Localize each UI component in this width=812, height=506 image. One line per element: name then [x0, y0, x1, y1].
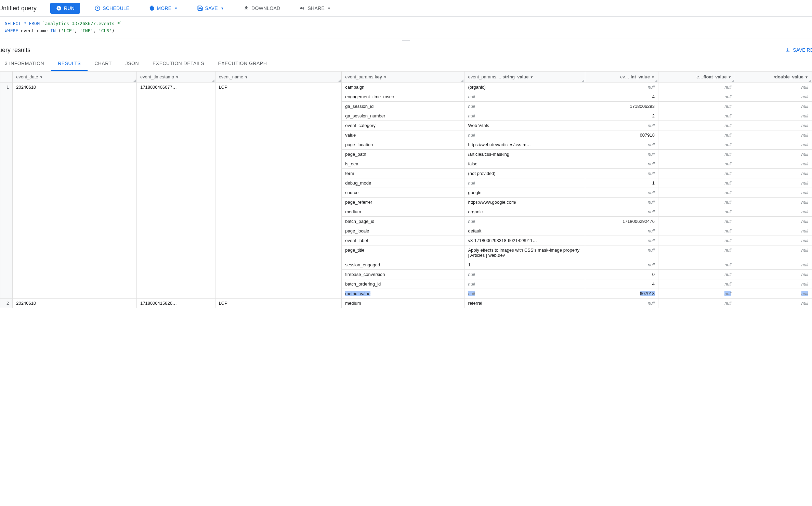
table-row[interactable]: 2202406101718006415826…LCPmediumreferral…: [0, 298, 812, 308]
cell-int-value: 607918: [585, 289, 658, 298]
cell-double-value: null: [735, 245, 812, 260]
download-button[interactable]: DOWNLOAD: [238, 3, 285, 13]
tab-3-information[interactable]: 3 INFORMATION: [0, 56, 51, 71]
cell-int-value: 607918: [585, 130, 658, 140]
cell-param-key: page_referrer: [342, 197, 464, 207]
chevron-down-icon: ▼: [174, 7, 178, 10]
cell-float-value: null: [658, 236, 735, 245]
cell-float-value: null: [658, 188, 735, 197]
cell-string-value: referral: [464, 298, 585, 308]
cell-int-value: 1718006293: [585, 101, 658, 111]
cell-string-value: 1: [464, 260, 585, 269]
col-event-date[interactable]: event_date▼◢: [13, 71, 137, 82]
schedule-button[interactable]: SCHEDULE: [90, 3, 134, 13]
sql-editor[interactable]: SELECT * FROM `analytics_337268677.event…: [0, 17, 812, 38]
cell-int-value: null: [585, 168, 658, 178]
chevron-down-icon[interactable]: ▼: [805, 75, 808, 79]
col-int-value[interactable]: ev… int_value▼◢: [585, 71, 658, 82]
cell-int-value: 0: [585, 269, 658, 279]
cell-string-value: null: [464, 279, 585, 289]
cell-event-date: 20240610: [13, 298, 137, 308]
cell-string-value: Apply effects to images with CSS's mask-…: [464, 245, 585, 260]
tab-execution-graph[interactable]: EXECUTION GRAPH: [211, 56, 274, 71]
cell-event-timestamp: 1718006415826…: [136, 298, 215, 308]
save-button[interactable]: SAVE ▼: [192, 3, 229, 13]
cell-param-key: engagement_time_msec: [342, 92, 464, 101]
table-row[interactable]: 1202406101718006406077…LCPcampaign(organ…: [0, 82, 812, 92]
chevron-down-icon[interactable]: ▼: [383, 75, 387, 79]
cell-double-value: null: [735, 140, 812, 149]
results-title: uery results: [0, 47, 30, 54]
cell-param-key: ga_session_number: [342, 111, 464, 121]
col-double-value[interactable]: ‹double_value▼◢: [735, 71, 812, 82]
cell-float-value: null: [658, 159, 735, 168]
drag-handle[interactable]: [0, 38, 812, 42]
cell-float-value: null: [658, 82, 735, 92]
cell-int-value: 2: [585, 111, 658, 121]
tab-results[interactable]: RESULTS: [51, 56, 88, 71]
cell-string-value: null: [464, 130, 585, 140]
cell-float-value: null: [658, 168, 735, 178]
cell-float-value: null: [658, 298, 735, 308]
cell-string-value: (not provided): [464, 168, 585, 178]
cell-string-value: Web Vitals: [464, 121, 585, 130]
save-results-button[interactable]: SAVE RE: [785, 47, 812, 53]
cell-int-value: null: [585, 159, 658, 168]
cell-param-key: event_label: [342, 236, 464, 245]
chevron-down-icon[interactable]: ▼: [651, 75, 655, 79]
cell-string-value: null: [464, 178, 585, 188]
tab-execution-details[interactable]: EXECUTION DETAILS: [146, 56, 211, 71]
cell-event-timestamp: 1718006406077…: [136, 82, 215, 298]
cell-float-value: null: [658, 207, 735, 216]
share-icon: [299, 5, 305, 11]
chevron-down-icon: ▼: [221, 7, 224, 10]
more-button[interactable]: MORE ▼: [144, 3, 182, 13]
cell-float-value: null: [658, 216, 735, 226]
tab-json[interactable]: JSON: [119, 56, 146, 71]
cell-double-value: null: [735, 279, 812, 289]
cell-param-key: term: [342, 168, 464, 178]
col-event-timestamp[interactable]: event_timestamp▼◢: [136, 71, 215, 82]
cell-string-value: null: [464, 216, 585, 226]
cell-param-key: metric_value: [342, 289, 464, 298]
clock-icon: [94, 5, 101, 11]
cell-float-value: null: [658, 226, 735, 236]
share-button[interactable]: SHARE ▼: [294, 3, 336, 13]
col-row-num[interactable]: [0, 71, 13, 82]
download-icon: [243, 5, 249, 11]
cell-double-value: null: [735, 188, 812, 197]
cell-param-key: page_locale: [342, 226, 464, 236]
cell-double-value: null: [735, 178, 812, 188]
chevron-down-icon[interactable]: ▼: [175, 75, 179, 79]
chevron-down-icon[interactable]: ▼: [530, 75, 534, 79]
col-event-params-key[interactable]: event_params.key▼◢: [342, 71, 464, 82]
cell-double-value: null: [735, 168, 812, 178]
cell-string-value: null: [464, 111, 585, 121]
cell-string-value: null: [464, 289, 585, 298]
tab-chart[interactable]: CHART: [88, 56, 118, 71]
cell-int-value: null: [585, 197, 658, 207]
cell-double-value: null: [735, 159, 812, 168]
chevron-down-icon[interactable]: ▼: [40, 75, 43, 79]
col-float-value[interactable]: e…float_value▼◢: [658, 71, 735, 82]
cell-double-value: null: [735, 121, 812, 130]
cell-string-value: default: [464, 226, 585, 236]
cell-double-value: null: [735, 226, 812, 236]
cell-float-value: null: [658, 149, 735, 159]
col-event-params-string[interactable]: event_params.... string_value▼◢: [464, 71, 585, 82]
cell-float-value: null: [658, 289, 735, 298]
cell-string-value: null: [464, 92, 585, 101]
cell-string-value: null: [464, 101, 585, 111]
cell-int-value: 4: [585, 279, 658, 289]
cell-param-key: firebase_conversion: [342, 269, 464, 279]
chevron-down-icon[interactable]: ▼: [728, 75, 732, 79]
cell-string-value: https://web.dev/articles/css-m…: [464, 140, 585, 149]
chevron-down-icon[interactable]: ▼: [245, 75, 248, 79]
cell-float-value: null: [658, 260, 735, 269]
col-event-name[interactable]: event_name▼◢: [215, 71, 342, 82]
cell-double-value: null: [735, 82, 812, 92]
cell-double-value: null: [735, 298, 812, 308]
results-table-wrap[interactable]: event_date▼◢ event_timestamp▼◢ event_nam…: [0, 71, 812, 308]
run-button[interactable]: RUN: [50, 3, 80, 14]
play-icon: [56, 5, 62, 11]
